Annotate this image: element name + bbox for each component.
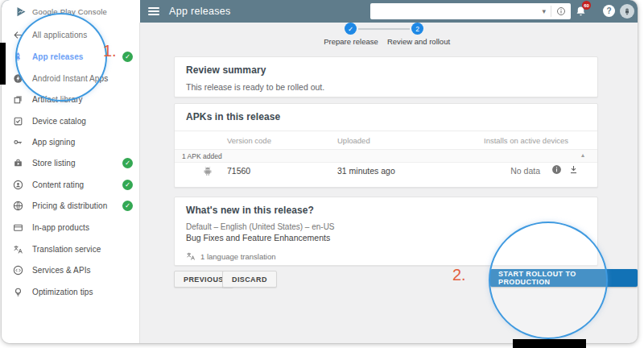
logo-area[interactable]: Google Play Console <box>2 0 140 23</box>
sidebar-item-device-catalog[interactable]: Device catalog <box>2 110 140 131</box>
sidebar-item-app-signing[interactable]: App signing <box>2 131 140 152</box>
version-code-cell: 71560 <box>227 166 250 176</box>
step-1-label: Prepare release <box>317 37 385 46</box>
sidebar-item-label: App signing <box>32 138 75 147</box>
layers-icon <box>13 94 23 105</box>
storefront-icon <box>13 158 23 168</box>
check-badge-icon: ✓ <box>122 52 133 62</box>
step-connector <box>358 28 410 30</box>
page-title: App releases <box>169 6 231 17</box>
instant-bolt-icon <box>13 73 23 84</box>
card-box-icon <box>13 222 23 233</box>
discard-button[interactable]: DISCARD <box>222 271 277 288</box>
code-circle-icon <box>13 265 23 276</box>
annotation-number-1: 1. <box>103 42 117 60</box>
sidebar-item-translation-service[interactable]: Translation service <box>2 238 140 259</box>
apks-card: APKs in this release Version code Upload… <box>174 103 598 188</box>
sidebar-item-label: Content rating <box>32 180 84 189</box>
back-arrow-icon <box>13 30 23 40</box>
sidebar-item-label: All applications <box>32 31 87 39</box>
annotation-number-2: 2. <box>452 266 466 284</box>
sidebar-item-label: In-app products <box>32 223 89 232</box>
play-console-logo-icon <box>15 6 27 18</box>
column-header-installs: Installs on active devices <box>484 136 568 145</box>
collapse-arrow-icon[interactable]: ▴ <box>581 151 584 159</box>
review-summary-card: Review summary This release is ready to … <box>174 56 598 97</box>
rocket-icon <box>13 52 23 62</box>
lightbulb-icon <box>13 287 23 297</box>
review-summary-text: This release is ready to be rolled out. <box>186 82 324 92</box>
help-button[interactable]: ? <box>603 5 615 17</box>
divider <box>175 130 597 131</box>
sidebar-item-artifact-library[interactable]: Artifact library <box>2 89 140 110</box>
locale-line: Default – English (United States) – en-U… <box>186 222 335 231</box>
card-title: Review summary <box>186 64 266 76</box>
translate-icon <box>186 251 196 261</box>
sidebar-item-label: Android Instant Apps <box>32 74 108 83</box>
sidebar-item-pricing-distribution[interactable]: Pricing & distribution ✓ <box>2 195 140 216</box>
sidebar-item-in-app-products[interactable]: In-app products <box>2 217 140 238</box>
sidebar-item-label: App releases <box>32 52 83 61</box>
sidebar-item-label: Pricing & distribution <box>32 201 107 210</box>
apk-group-label: 1 APK added <box>182 152 222 160</box>
step-1-done-icon: ✓ <box>345 23 357 35</box>
key-icon <box>13 137 23 147</box>
person-circle-icon <box>13 180 23 190</box>
device-check-icon <box>13 116 23 126</box>
whats-new-card: What's new in this release? Default – En… <box>174 197 598 266</box>
sidebar-item-label: Services & APIs <box>32 266 91 275</box>
sidebar-item-store-listing[interactable]: Store listing ✓ <box>2 152 140 173</box>
sidebar-item-optimization-tips[interactable]: Optimization tips <box>2 281 140 302</box>
uploaded-cell: 31 minutes ago <box>337 166 395 176</box>
notifications-badge: 60 <box>582 1 591 10</box>
check-badge-icon: ✓ <box>122 180 133 190</box>
black-bar-bottom <box>513 339 586 348</box>
check-badge-icon: ✓ <box>122 158 133 168</box>
search-input[interactable] <box>376 4 542 19</box>
android-icon <box>202 165 213 176</box>
download-icon[interactable] <box>568 164 579 175</box>
menu-icon[interactable] <box>148 7 159 15</box>
info-icon[interactable] <box>551 6 571 16</box>
chevron-down-icon[interactable]: ▾ <box>542 7 546 15</box>
step-2-badge: 2 <box>411 23 423 35</box>
translation-note: 1 language translation <box>200 252 276 261</box>
sidebar-item-label: Artifact library <box>32 95 83 104</box>
apk-group-row[interactable]: 1 APK added ▴ <box>175 149 597 163</box>
column-header-uploaded: Uploaded <box>337 136 370 145</box>
sidebar-item-content-rating[interactable]: Content rating ✓ <box>2 174 140 195</box>
check-badge-icon: ✓ <box>122 201 133 211</box>
search-box[interactable]: ▾ <box>370 3 571 19</box>
release-notes: Bug Fixes and Feature Enhancements <box>186 233 330 242</box>
globe-icon <box>13 201 23 211</box>
app-window: Google Play Console App releases ▾ 60 ? … <box>2 0 638 343</box>
start-rollout-button[interactable]: START ROLLOUT TO PRODUCTION <box>490 269 638 287</box>
logo-text: Google Play Console <box>32 7 107 16</box>
installs-cell: No data <box>510 166 540 176</box>
sidebar-item-label: Device catalog <box>32 117 86 126</box>
column-header-version: Version code <box>227 136 271 145</box>
sidebar-item-app-releases[interactable]: App releases ✓ <box>2 46 140 67</box>
step-2-label: Review and rollout <box>382 37 456 46</box>
card-title: What's new in this release? <box>186 205 314 216</box>
sidebar-item-label: Translation service <box>32 245 101 254</box>
sidebar-item-services-apis[interactable]: Services & APIs <box>2 259 140 280</box>
black-bar-left <box>0 43 6 85</box>
sidebar-item-label: Optimization tips <box>32 288 93 296</box>
sidebar-item-android-instant-apps[interactable]: Android Instant Apps <box>2 68 140 89</box>
apk-info-icon[interactable] <box>551 164 562 175</box>
sidebar-item-label: Store listing <box>32 159 76 168</box>
card-title: APKs in this release <box>186 111 280 122</box>
avatar[interactable] <box>620 4 634 19</box>
sidebar-item-all-applications[interactable]: All applications <box>2 24 140 45</box>
translate-icon <box>13 244 23 255</box>
